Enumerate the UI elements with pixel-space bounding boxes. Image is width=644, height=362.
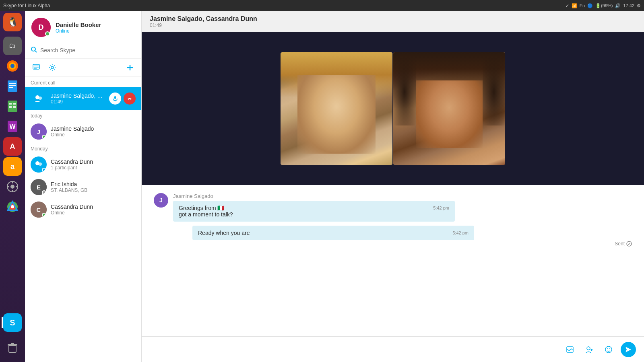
svg-point-32: [51, 66, 54, 69]
launcher-font[interactable]: A: [3, 137, 22, 156]
skype-sidebar: D Danielle Booker Online: [25, 11, 142, 362]
chat-header: Jasmine Salgado, Cassandra Dunn 01:49: [142, 11, 644, 32]
cassandra-group-sub: 1 participant: [51, 165, 136, 171]
taskbar-title: Skype for Linux Alpha: [3, 3, 50, 8]
launcher-files[interactable]: 🗂: [3, 37, 22, 55]
search-bar[interactable]: [25, 42, 141, 59]
launcher-skype[interactable]: S: [3, 313, 22, 332]
jasmine-sub: Online: [51, 132, 136, 138]
jasmine-status: [42, 135, 46, 139]
search-input[interactable]: [40, 47, 136, 53]
cassandra-sub: Online: [51, 210, 136, 216]
section-monday: Monday: [25, 143, 141, 153]
add-participant-button[interactable]: [582, 342, 597, 357]
svg-rect-18: [7, 186, 9, 187]
message-group-jasmine: J Jasmine Salgado Greetings from 🇮🇹 got …: [154, 193, 632, 222]
svg-rect-4: [9, 83, 16, 84]
svg-rect-24: [8, 344, 17, 346]
contact-item-jasmine[interactable]: J Jasmine Salgado Online: [25, 120, 141, 143]
svg-rect-37: [114, 96, 116, 99]
video-section: [142, 32, 644, 185]
chat-messages: J Jasmine Salgado Greetings from 🇮🇹 got …: [142, 185, 644, 336]
chat-header-time: 01:49: [150, 23, 636, 28]
cassandra-name: Cassandra Dunn: [51, 204, 136, 210]
svg-rect-8: [9, 103, 12, 105]
send-button[interactable]: [621, 342, 636, 357]
battery-status: 🔋(99%): [595, 3, 613, 8]
svg-text:W: W: [9, 123, 16, 130]
ubuntu-launcher: 🐧 🗂: [0, 11, 25, 362]
own-msg-text: Ready when you are: [198, 230, 444, 236]
profile-info: Danielle Booker Online: [56, 21, 101, 34]
volume-icon: 🔊: [615, 3, 621, 8]
cassandra-group-avatar: [31, 156, 47, 173]
message-input[interactable]: [150, 346, 558, 353]
svg-rect-16: [12, 181, 13, 183]
chat-main: Jasmine Salgado, Cassandra Dunn 01:49: [142, 11, 644, 362]
video-grid: [281, 32, 505, 185]
file-share-button[interactable]: [563, 342, 577, 357]
own-msg-time: 5:42 pm: [452, 230, 469, 235]
settings-toolbar-btn[interactable]: [47, 62, 58, 73]
bluetooth-icon: 🔵: [587, 3, 593, 8]
chats-toolbar-btn[interactable]: [31, 62, 42, 73]
svg-rect-19: [16, 186, 18, 187]
launcher-trash[interactable]: [3, 339, 22, 357]
profile-name: Danielle Booker: [56, 21, 101, 28]
contact-item-cassandra[interactable]: C Cassandra Dunn Online: [25, 198, 141, 221]
keyboard-icon: En: [580, 3, 585, 8]
jasmine-info: Jasmine Salgado Online: [51, 125, 136, 138]
launcher-writer2[interactable]: W: [3, 117, 22, 136]
eric-info: Eric Ishida ST. ALBANS, GB: [51, 181, 136, 193]
taskbar: Skype for Linux Alpha ✓ 📶 En 🔵 🔋(99%) 🔊 …: [0, 0, 644, 11]
contact-item-eric[interactable]: E Eric Ishida ST. ALBANS, GB: [25, 176, 141, 198]
svg-point-26: [31, 47, 35, 51]
add-contact-btn[interactable]: [124, 62, 136, 73]
contact-item-cassandra-group[interactable]: Cassandra Dunn 1 participant: [25, 153, 141, 176]
current-call-item[interactable]: Jasmine Salgado, Ca... 01:49: [25, 87, 141, 110]
svg-rect-6: [9, 87, 13, 88]
svg-rect-3: [8, 80, 17, 92]
svg-point-47: [607, 348, 608, 349]
contact-list: Current call Jasmine Salgado, Ca... 01:4…: [25, 77, 141, 362]
svg-point-2: [10, 64, 14, 68]
launcher-firefox[interactable]: [3, 57, 22, 75]
launcher-settings[interactable]: [3, 177, 22, 196]
call-info: Jasmine Salgado, Ca... 01:49: [51, 93, 105, 105]
launcher-amazon[interactable]: a: [3, 157, 22, 176]
jasmine-msg-bubble: Greetings from 🇮🇹 got a moment to talk? …: [173, 201, 455, 222]
call-controls: [109, 93, 136, 105]
svg-point-22: [11, 205, 14, 208]
cassandra-status: [42, 213, 46, 217]
launcher-ubuntu[interactable]: 🐧: [3, 13, 22, 31]
own-msg-bubble: Ready when you are 5:42 pm: [192, 226, 474, 240]
svg-point-43: [587, 347, 590, 350]
cassandra-group-name: Cassandra Dunn: [51, 158, 136, 165]
svg-line-27: [35, 51, 37, 52]
svg-rect-10: [9, 106, 12, 108]
user-avatar-wrap: D: [31, 18, 51, 37]
launcher-chrome[interactable]: [3, 197, 22, 216]
svg-point-15: [10, 185, 14, 189]
jasmine-msg-text: Greetings from 🇮🇹 got a moment to talk?: [179, 205, 425, 218]
end-call-button[interactable]: [124, 93, 136, 105]
search-icon: [31, 46, 37, 54]
emoji-button[interactable]: [601, 342, 616, 357]
eric-avatar: E: [31, 179, 47, 195]
launcher-libreoffice-writer[interactable]: [3, 77, 22, 95]
svg-rect-25: [11, 343, 14, 344]
video-tile-1: [281, 52, 392, 165]
sent-status: Sent: [173, 241, 632, 247]
call-name: Jasmine Salgado, Ca...: [51, 93, 105, 99]
mute-button[interactable]: [109, 93, 121, 105]
svg-rect-23: [9, 346, 16, 352]
cassandra-group-status: [42, 168, 46, 172]
jasmine-avatar: J: [31, 123, 47, 140]
launcher-calc[interactable]: [3, 97, 22, 115]
call-duration: 01:49: [51, 99, 105, 105]
clock: 17:42: [623, 3, 634, 8]
chat-header-name: Jasmine Salgado, Cassandra Dunn: [150, 15, 636, 23]
call-group-avatar: [31, 90, 47, 107]
profile-status: Online: [56, 28, 101, 34]
user-status-indicator: [45, 31, 50, 36]
